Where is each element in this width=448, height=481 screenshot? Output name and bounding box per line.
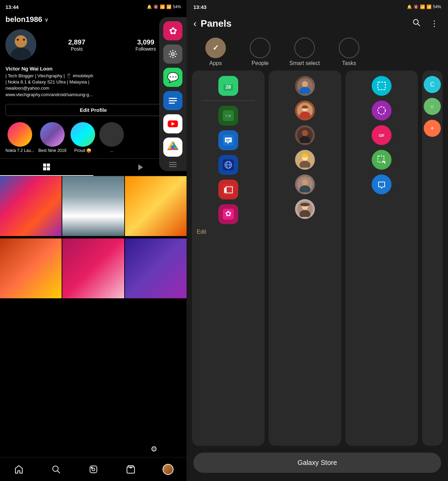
edit-profile-button[interactable]: Edit Profile	[5, 104, 181, 116]
apps-edit-label[interactable]: Edit	[195, 229, 206, 235]
person-avatar-1[interactable]	[295, 76, 315, 96]
left-status-icons: 🔔 🔇 📶 📶 54%	[147, 4, 181, 9]
calendar-app-icon[interactable]: 28	[218, 76, 238, 96]
calculator-app-icon[interactable]: ÷×	[218, 106, 238, 126]
right-status-icons: 🔔 🔇 📶 📶 54%	[407, 4, 441, 9]
photo-grid	[0, 176, 187, 300]
highlight-circle	[8, 122, 32, 147]
signal-icon: 📶	[426, 4, 432, 9]
svg-rect-35	[226, 139, 231, 140]
profile-nav-button[interactable]	[160, 461, 176, 478]
whatsapp-app-icon[interactable]: 💬	[163, 68, 182, 87]
more-options-button[interactable]: ⋮	[427, 17, 441, 30]
svg-rect-13	[169, 103, 175, 104]
avatar[interactable]	[5, 29, 36, 60]
tasks-icon-2[interactable]: ○	[424, 98, 441, 115]
svg-point-1	[15, 35, 27, 48]
apps-panel-type[interactable]: ✓ Apps	[193, 38, 238, 66]
person-avatar-2[interactable]	[295, 101, 315, 120]
followers-stat[interactable]: 3,099 Followers	[136, 38, 156, 52]
highlight-item[interactable]: Best Nine 2018	[38, 122, 66, 153]
browser-app-icon[interactable]	[218, 155, 238, 175]
ig-header: belon1986 ∨	[0, 14, 187, 27]
back-button[interactable]: ‹	[193, 18, 196, 29]
grid-tab[interactable]	[0, 159, 93, 176]
search-button[interactable]	[410, 17, 423, 30]
svg-text:GIF: GIF	[379, 134, 385, 138]
tasks-panel-type[interactable]: Tasks	[327, 38, 371, 66]
svg-text:÷×: ÷×	[225, 113, 231, 119]
apps-divider	[202, 101, 255, 101]
person-avatar-5[interactable]	[295, 174, 315, 194]
shop-nav-button[interactable]	[123, 461, 139, 478]
highlight-label: Best Nine 2018	[38, 148, 66, 153]
mute-icon: 🔇	[153, 4, 158, 9]
svg-point-21	[53, 466, 58, 471]
galaxy-store-button[interactable]: Galaxy Store	[193, 453, 441, 473]
svg-rect-23	[90, 466, 97, 473]
tasks-icon-1[interactable]: C	[424, 76, 441, 93]
person-avatar-3[interactable]	[295, 125, 315, 145]
highlight-item[interactable]: ...	[99, 122, 124, 153]
search-nav-button[interactable]	[48, 461, 64, 478]
messages-app-icon[interactable]	[163, 91, 182, 110]
youtube-app-icon[interactable]	[163, 114, 182, 133]
tasks-circle	[339, 38, 359, 58]
free-select-icon[interactable]	[372, 101, 392, 120]
people-panel-type[interactable]: People	[238, 38, 282, 66]
settings-overlay-icon[interactable]: ⚙	[151, 445, 157, 454]
settings-app-icon[interactable]	[163, 44, 182, 64]
svg-rect-36	[226, 141, 229, 141]
svg-marker-9	[139, 165, 142, 170]
panels-columns-area: 28 ÷×	[187, 70, 448, 446]
highlight-item[interactable]: Proud 😜	[71, 122, 95, 153]
username-chevron-icon[interactable]: ∨	[44, 16, 49, 23]
ig-username[interactable]: belon1986	[5, 15, 42, 24]
svg-point-47	[302, 81, 308, 87]
svg-line-22	[57, 471, 60, 473]
svg-rect-5	[43, 164, 46, 167]
smart-select-action-icon[interactable]	[372, 150, 392, 170]
photo-cell[interactable]	[0, 176, 62, 238]
highlight-item[interactable]: Nokia 7.2 Lau...	[5, 122, 34, 153]
apps-label: Apps	[209, 60, 222, 66]
photo-cell[interactable]	[62, 176, 124, 238]
highlight-circle	[99, 122, 124, 147]
wifi-icon: 📶	[160, 4, 165, 9]
blossom-app-icon[interactable]: ✿	[163, 21, 182, 40]
photo-cell[interactable]	[125, 238, 187, 300]
person-avatar-4[interactable]	[295, 150, 315, 170]
home-nav-button[interactable]	[11, 461, 27, 478]
posts-stat[interactable]: 2,897 Posts	[68, 38, 85, 52]
handle-line	[169, 166, 177, 167]
svg-rect-6	[47, 164, 50, 167]
smart-select-panel-type[interactable]: Smart select	[282, 38, 327, 66]
photo-cell[interactable]	[125, 176, 187, 238]
smart-select-label: Smart select	[290, 60, 320, 66]
left-time: 13:44	[5, 4, 18, 10]
panels-panel: 13:43 🔔 🔇 📶 📶 54% ‹ Panels ⋮ ✓	[187, 0, 448, 481]
panel-handle[interactable]	[169, 162, 177, 167]
chrome-app-icon[interactable]	[163, 138, 182, 157]
photo-cell[interactable]	[62, 238, 124, 300]
bottom-nav	[0, 457, 187, 481]
messages-app-icon[interactable]	[218, 130, 238, 150]
alarm-icon: 🔔	[407, 4, 412, 9]
person-avatar-6[interactable]	[295, 199, 315, 219]
rect-select-icon[interactable]	[372, 76, 392, 96]
followers-count: 3,099	[137, 38, 154, 46]
gif-icon[interactable]: GIF	[372, 125, 392, 145]
alarm-icon: 🔔	[147, 4, 152, 9]
red-app-icon[interactable]	[218, 180, 238, 199]
bio-name: Victor Ng Wai Loon	[5, 66, 181, 72]
svg-rect-7	[43, 167, 46, 170]
reels-nav-button[interactable]	[85, 461, 102, 478]
smart-5-icon[interactable]	[372, 174, 392, 194]
svg-point-59	[302, 179, 308, 185]
mute-icon: 🔇	[413, 4, 419, 9]
apps-column: 28 ÷×	[192, 70, 265, 446]
star-app-icon[interactable]: ✿	[218, 204, 238, 224]
followers-label: Followers	[136, 46, 156, 52]
photo-cell[interactable]	[0, 238, 62, 300]
tasks-icon-3[interactable]: +	[424, 120, 441, 137]
